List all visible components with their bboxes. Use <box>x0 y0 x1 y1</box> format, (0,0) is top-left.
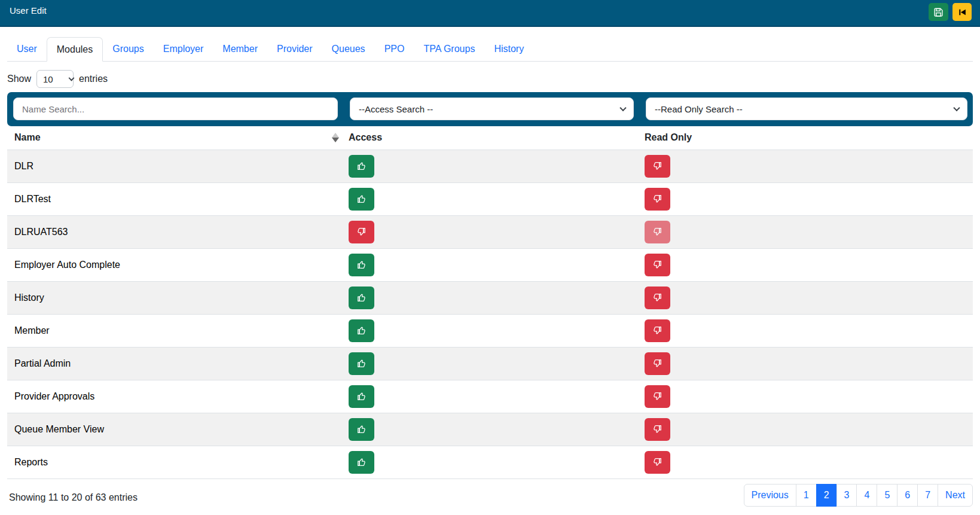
sort-icon <box>332 133 338 142</box>
tab-groups[interactable]: Groups <box>103 37 153 61</box>
access-cell <box>341 281 637 314</box>
access-thumbs-up-button[interactable] <box>349 287 374 309</box>
column-header-readonly[interactable]: Read Only <box>637 126 973 150</box>
entries-control: Show 10 entries <box>7 70 973 88</box>
access-cell <box>341 248 637 281</box>
table-header-row: Name Access Read Only <box>7 126 973 150</box>
access-thumbs-up-button[interactable] <box>349 385 374 408</box>
access-cell <box>341 347 637 380</box>
read-only-thumbs-down-button[interactable] <box>645 418 670 441</box>
access-thumbs-up-button[interactable] <box>349 188 374 211</box>
read-only-thumbs-down-button[interactable] <box>645 319 670 342</box>
tab-ppo[interactable]: PPO <box>375 37 414 61</box>
read-only-cell <box>637 314 973 347</box>
access-search-select[interactable]: --Access Search -- <box>350 97 634 120</box>
page-length-select[interactable]: 10 <box>36 70 74 88</box>
access-thumbs-down-button[interactable] <box>349 221 374 243</box>
access-thumbs-up-button[interactable] <box>349 319 374 342</box>
access-cell <box>341 446 637 479</box>
entries-label: entries <box>79 74 108 84</box>
pagination-previous-link[interactable]: Previous <box>744 484 796 507</box>
table-row: Partial Admin <box>7 347 973 380</box>
show-label: Show <box>7 74 31 84</box>
name-search-input[interactable] <box>13 97 338 120</box>
pagination-page-4-link[interactable]: 4 <box>856 484 877 507</box>
pagination-page-3-link[interactable]: 3 <box>836 484 857 507</box>
table-footer: Showing 11 to 20 of 63 entries Previous1… <box>7 479 973 507</box>
tab-provider[interactable]: Provider <box>267 37 322 61</box>
table-row: DLRTest <box>7 182 973 215</box>
tab-queues[interactable]: Queues <box>322 37 375 61</box>
tab-employer[interactable]: Employer <box>154 37 213 61</box>
read-only-cell <box>637 215 973 248</box>
read-only-thumbs-down-button[interactable] <box>645 188 670 211</box>
read-only-cell <box>637 347 973 380</box>
save-icon <box>933 7 944 17</box>
pagination-page-5: 5 <box>877 484 897 507</box>
pagination-next-link[interactable]: Next <box>938 484 973 507</box>
pagination-page-2: 2 <box>817 484 837 507</box>
access-cell <box>341 182 637 215</box>
module-name-cell: Reports <box>7 446 341 479</box>
read-only-thumbs-down-button[interactable] <box>645 451 670 474</box>
showing-entries-text: Showing 11 to 20 of 63 entries <box>9 492 138 503</box>
access-thumbs-up-button[interactable] <box>349 155 374 178</box>
top-buttons <box>929 3 972 21</box>
skip-back-icon <box>958 8 967 17</box>
column-header-name[interactable]: Name <box>7 126 341 150</box>
table-row: DLR <box>7 150 973 182</box>
table-row: Provider Approvals <box>7 380 973 413</box>
read-only-thumbs-down-button[interactable] <box>645 221 670 243</box>
module-name-cell: DLR <box>7 150 341 182</box>
access-cell <box>341 150 637 182</box>
module-name-cell: Employer Auto Complete <box>7 248 341 281</box>
module-name-cell: Provider Approvals <box>7 380 341 413</box>
tab-tpa-groups[interactable]: TPA Groups <box>414 37 484 61</box>
readonly-search-select[interactable]: --Read Only Search -- <box>646 97 967 120</box>
read-only-cell <box>637 182 973 215</box>
access-thumbs-up-button[interactable] <box>349 352 374 375</box>
tab-member[interactable]: Member <box>213 37 267 61</box>
top-bar: User Edit <box>0 0 980 27</box>
read-only-thumbs-down-button[interactable] <box>645 385 670 408</box>
pagination-page-7-link[interactable]: 7 <box>917 484 938 507</box>
read-only-cell <box>637 248 973 281</box>
page-title: User Edit <box>10 5 47 16</box>
tab-history[interactable]: History <box>484 37 533 61</box>
table-row: Member <box>7 314 973 347</box>
read-only-cell <box>637 380 973 413</box>
pagination-page-1-link[interactable]: 1 <box>796 484 817 507</box>
modules-table: Name Access Read Only DLRDLRTestDLRUAT56… <box>7 126 973 479</box>
pagination-page-1: 1 <box>796 484 817 507</box>
module-name-cell: Partial Admin <box>7 347 341 380</box>
table-row: Reports <box>7 446 973 479</box>
pagination-page-7: 7 <box>918 484 938 507</box>
tab-bar: UserModulesGroupsEmployerMemberProviderQ… <box>7 37 973 62</box>
read-only-thumbs-down-button[interactable] <box>645 155 670 178</box>
filter-bar: --Access Search -- --Read Only Search -- <box>7 92 973 126</box>
table-row: History <box>7 281 973 314</box>
access-thumbs-up-button[interactable] <box>349 418 374 441</box>
access-cell <box>341 215 637 248</box>
pagination-page-2-link[interactable]: 2 <box>816 484 837 507</box>
access-thumbs-up-button[interactable] <box>349 451 374 474</box>
column-header-access[interactable]: Access <box>341 126 637 150</box>
tab-modules[interactable]: Modules <box>47 37 103 62</box>
save-button[interactable] <box>929 3 948 21</box>
pagination-page-5-link[interactable]: 5 <box>877 484 897 507</box>
read-only-cell <box>637 150 973 182</box>
pagination-page-3: 3 <box>837 484 857 507</box>
read-only-cell <box>637 446 973 479</box>
tab-user[interactable]: User <box>7 37 47 61</box>
table-row: Employer Auto Complete <box>7 248 973 281</box>
read-only-thumbs-down-button[interactable] <box>645 352 670 375</box>
back-button[interactable] <box>952 3 972 21</box>
access-cell <box>341 413 637 446</box>
read-only-cell <box>637 281 973 314</box>
pagination-page-4: 4 <box>857 484 877 507</box>
module-name-cell: Queue Member View <box>7 413 341 446</box>
access-thumbs-up-button[interactable] <box>349 254 374 276</box>
read-only-thumbs-down-button[interactable] <box>645 254 670 276</box>
read-only-thumbs-down-button[interactable] <box>645 287 670 309</box>
pagination-page-6-link[interactable]: 6 <box>897 484 918 507</box>
